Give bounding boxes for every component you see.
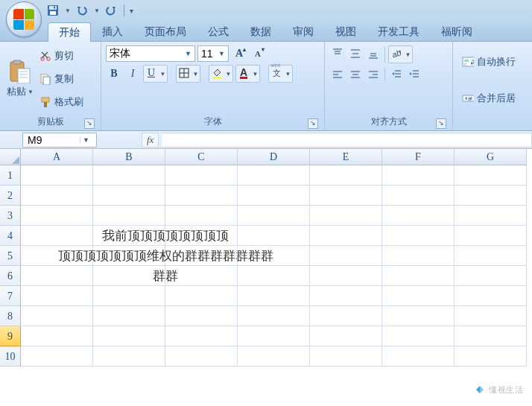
row-headers: 1 2 3 4 5 6 7 8 9 10 — [0, 165, 21, 367]
col-hdr-c[interactable]: C — [165, 149, 238, 165]
row-hdr[interactable]: 7 — [0, 286, 21, 306]
col-hdr-b[interactable]: B — [93, 149, 165, 165]
paste-icon — [8, 60, 32, 83]
office-button[interactable] — [6, 1, 42, 37]
borders-button[interactable] — [177, 66, 191, 80]
svg-text:a: a — [468, 96, 471, 101]
tab-review[interactable]: 审阅 — [282, 22, 324, 41]
select-all-button[interactable] — [0, 149, 21, 165]
align-center-icon — [349, 69, 361, 80]
font-color-button[interactable]: A — [236, 66, 251, 80]
increase-indent-button[interactable] — [406, 66, 422, 83]
col-hdr-f[interactable]: F — [382, 149, 455, 165]
row-hdr[interactable]: 2 — [0, 185, 21, 206]
ribbon: 粘贴▼ 剪切 复制 格式刷 剪贴板↘ 宋体▼ — [0, 42, 532, 131]
align-center-button[interactable] — [347, 66, 364, 83]
align-right-button[interactable] — [365, 66, 381, 83]
font-dialog-launcher[interactable]: ↘ — [308, 118, 318, 129]
fill-color-button[interactable] — [209, 66, 224, 80]
align-bottom-button[interactable] — [365, 45, 381, 62]
align-right-icon — [367, 69, 379, 80]
border-icon — [179, 68, 189, 78]
redo-icon — [105, 4, 117, 16]
format-painter-button[interactable]: 格式刷 — [37, 92, 86, 112]
underline-button[interactable]: U — [144, 66, 159, 80]
watermark-text: 懂视生活 — [489, 384, 523, 396]
fx-button[interactable]: fx — [142, 133, 159, 148]
svg-text:ab: ab — [390, 48, 402, 59]
name-box-value: M9 — [28, 134, 42, 146]
align-middle-button[interactable] — [347, 45, 364, 62]
cut-button[interactable]: 剪切 — [37, 46, 86, 66]
cell-grid[interactable]: 我前顶顶顶顶顶顶顶顶 顶顶顶顶顶顶顶维权的群群群群群群群 群群 — [21, 165, 532, 367]
italic-button[interactable]: I — [124, 66, 141, 82]
copy-icon — [39, 73, 51, 85]
clipboard-dialog-launcher[interactable]: ↘ — [84, 118, 95, 129]
orientation-button[interactable]: ab — [389, 46, 404, 61]
tab-page-layout[interactable]: 页面布局 — [134, 22, 197, 41]
row-hdr[interactable]: 4 — [0, 226, 21, 246]
wrap-text-button[interactable]: abc 自动换行 — [457, 52, 528, 72]
align-top-button[interactable] — [329, 45, 346, 62]
merge-center-button[interactable]: a 合并后居 — [457, 89, 528, 108]
formula-bar-input[interactable] — [162, 133, 532, 148]
alignment-dialog-launcher[interactable]: ↘ — [436, 118, 446, 129]
merge-icon: a — [462, 92, 474, 104]
row-hdr[interactable]: 3 — [0, 206, 21, 226]
svg-rect-1 — [49, 6, 57, 10]
row-hdr[interactable]: 5 — [0, 246, 21, 266]
col-hdr-g[interactable]: G — [455, 149, 527, 165]
font-size-combo[interactable]: 11▼ — [197, 45, 229, 62]
qat-customize-dd[interactable]: ▾ — [130, 7, 133, 15]
row-hdr[interactable]: 9 — [0, 326, 21, 346]
row-hdr[interactable]: 6 — [0, 266, 21, 286]
svg-point-11 — [47, 57, 50, 60]
paste-button[interactable]: 粘贴▼ — [4, 44, 36, 114]
undo-button[interactable] — [74, 2, 90, 19]
align-left-button[interactable] — [329, 66, 346, 83]
copy-button[interactable]: 复制 — [37, 69, 86, 89]
name-box[interactable]: M9 ▼ — [22, 133, 97, 148]
bucket-icon — [211, 67, 223, 79]
row-hdr[interactable]: 8 — [0, 306, 21, 326]
tab-foxit[interactable]: 福昕阅 — [431, 22, 483, 41]
shrink-font-button[interactable]: A▾ — [250, 45, 266, 62]
orientation-split[interactable]: ab▼ — [388, 45, 413, 63]
align-bottom-icon — [367, 48, 379, 60]
grow-font-button[interactable]: A▴ — [231, 45, 247, 62]
watermark-icon — [474, 384, 486, 396]
phonetic-button[interactable]: 文wén — [269, 66, 284, 80]
font-color-split[interactable]: A▼ — [235, 65, 260, 83]
col-hdr-a[interactable]: A — [21, 149, 93, 165]
row-hdr[interactable]: 1 — [0, 165, 21, 185]
cut-label: 剪切 — [54, 49, 74, 63]
col-hdr-e[interactable]: E — [310, 149, 382, 165]
svg-rect-6 — [18, 69, 30, 83]
svg-text:c: c — [464, 62, 466, 66]
save-button[interactable] — [45, 2, 61, 19]
borders-split[interactable]: ▼ — [176, 65, 200, 83]
decrease-indent-button[interactable] — [388, 66, 405, 83]
qat-save-dd[interactable]: ▼ — [65, 7, 71, 14]
svg-rect-5 — [13, 60, 21, 64]
tab-data[interactable]: 数据 — [240, 22, 282, 41]
redo-button[interactable] — [103, 2, 119, 19]
font-name-combo[interactable]: 宋体▼ — [106, 45, 195, 62]
quick-access-toolbar: ▼ ▼ ▾ — [45, 2, 133, 19]
row-hdr[interactable]: 10 — [0, 346, 21, 367]
fill-color-split[interactable]: ▼ — [209, 65, 233, 83]
font-group-label: 字体 — [204, 116, 222, 127]
bold-button[interactable]: B — [106, 66, 122, 82]
tab-insert[interactable]: 插入 — [92, 22, 133, 41]
underline-split[interactable]: U▼ — [143, 65, 168, 83]
phonetic-split[interactable]: 文wén▼ — [268, 65, 293, 83]
qat-undo-dd[interactable]: ▼ — [94, 7, 100, 14]
wrap-text-icon: abc — [462, 56, 474, 68]
col-hdr-d[interactable]: D — [238, 149, 310, 165]
tab-view[interactable]: 视图 — [325, 22, 367, 41]
tab-developer[interactable]: 开发工具 — [367, 22, 430, 41]
tab-formulas[interactable]: 公式 — [197, 22, 239, 41]
clipboard-group-label: 剪贴板 — [37, 116, 64, 127]
tab-home[interactable]: 开始 — [48, 22, 91, 42]
chevron-down-icon: ▼ — [191, 66, 200, 82]
